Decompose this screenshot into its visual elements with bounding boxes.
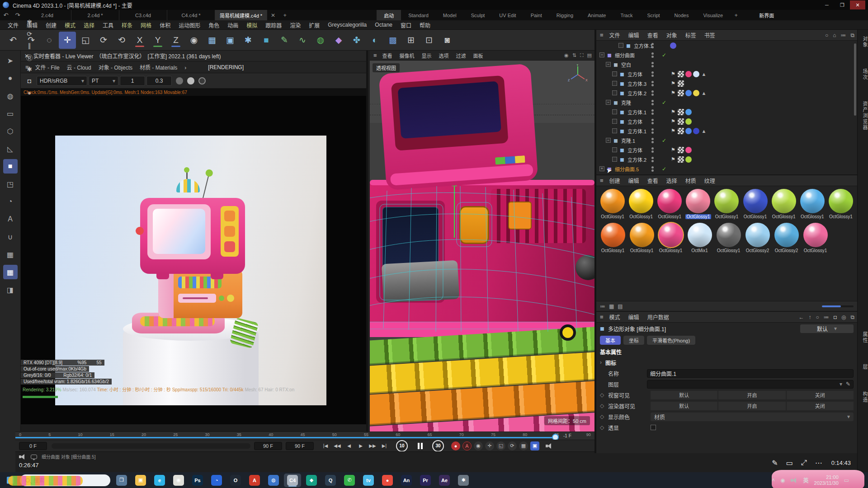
volume-button[interactable]: ▩: [384, 32, 401, 49]
record-scale-icon[interactable]: ◱: [496, 441, 505, 450]
task-view-icon[interactable]: ❒: [113, 474, 130, 487]
menu-item[interactable]: 创建: [42, 21, 61, 29]
live-viewer-menu-item[interactable]: 文件 - File: [32, 65, 63, 71]
xray-checkbox[interactable]: [651, 425, 656, 430]
material-sphere[interactable]: [630, 223, 654, 247]
keyframe-diamond-icon[interactable]: ◇: [600, 413, 604, 420]
picker-toggle-icon[interactable]: [198, 77, 206, 84]
object-tag-icon[interactable]: [678, 90, 684, 96]
object-tag-icon[interactable]: [678, 80, 684, 87]
object-manager-menu-item[interactable]: 对象: [662, 31, 681, 39]
workplane-button[interactable]: ⊡: [420, 32, 438, 49]
shield-icon[interactable]: ◉: [780, 477, 785, 483]
current-end-field[interactable]: [286, 442, 314, 450]
viewport-menu-item[interactable]: 过滤: [453, 53, 470, 59]
layout-tab[interactable]: Sculpt: [464, 10, 492, 20]
kernel-settings-icon[interactable]: ✱: [24, 63, 35, 75]
workplane-mode[interactable]: ▭: [3, 106, 18, 121]
chrome-icon[interactable]: ◉: [170, 474, 187, 487]
magnet-tool[interactable]: ∪: [3, 230, 18, 244]
y-axis-handle[interactable]: [454, 185, 455, 238]
swap-view-icon[interactable]: ⇅: [572, 52, 576, 58]
material-item[interactable]: OctGlossy1: [742, 189, 769, 219]
comment-icon[interactable]: [31, 455, 37, 459]
pin-view-icon[interactable]: ◉: [564, 52, 569, 58]
visibility-dots[interactable]: [651, 109, 654, 115]
visibility-option-button[interactable]: 关闭: [787, 402, 854, 410]
region-render-icon[interactable]: Ⓡ: [24, 52, 35, 63]
object-tag-icon[interactable]: [678, 128, 684, 134]
attribute-tab[interactable]: 平滑着色(Phong): [647, 336, 695, 345]
menu-item[interactable]: 模拟: [242, 21, 261, 29]
expand-toggle-icon[interactable]: −: [606, 100, 611, 105]
material-item[interactable]: OctMix1: [686, 223, 713, 253]
clay-toggle-icon[interactable]: [187, 77, 194, 84]
record-rotation-icon[interactable]: ⟳: [508, 441, 517, 450]
material-sphere[interactable]: [803, 223, 828, 247]
search-icon[interactable]: ○: [825, 32, 828, 38]
visibility-option-button[interactable]: 开启: [718, 391, 785, 399]
viewport-menu-item[interactable]: 面板: [470, 53, 487, 59]
document-tab[interactable]: 简易机械建模.c4d *: [215, 10, 267, 20]
snap-button[interactable]: ⊞: [402, 32, 420, 49]
object-tag-icon[interactable]: [670, 109, 676, 115]
material-item[interactable]: OctGlossy1: [627, 189, 655, 219]
visibility-dots[interactable]: [651, 128, 654, 134]
reset-kernel-icon[interactable]: ✾: [24, 16, 35, 28]
object-tag-icon[interactable]: [678, 118, 684, 125]
material-item[interactable]: OctGlossy1: [827, 189, 854, 219]
material-item[interactable]: OctGlossy1: [628, 223, 656, 253]
aftereffects-icon[interactable]: Ae: [436, 474, 453, 487]
restart-render-icon[interactable]: ⟳: [24, 28, 35, 40]
material-menu-item[interactable]: 创建: [605, 177, 624, 184]
render-view[interactable]: RTX 4090 [DT][8.9] %95 55Out-of-core use…: [21, 96, 366, 424]
object-manager-menu-item[interactable]: 查看: [643, 31, 662, 39]
app-icon[interactable]: ◆: [303, 474, 320, 487]
goto-end-button[interactable]: ▶|: [379, 441, 390, 450]
deformer-button[interactable]: ◆: [330, 32, 347, 49]
material-item[interactable]: OctGlossy1: [713, 189, 740, 219]
skip-back-10-button[interactable]: 10: [396, 440, 408, 452]
material-item[interactable]: OctGlossy1: [684, 189, 712, 219]
eyedropper-icon[interactable]: ✎: [846, 381, 850, 387]
live-viewer-menu-item[interactable]: ›: [181, 65, 190, 71]
prev-key-button[interactable]: ◀◀: [332, 441, 343, 450]
record-parameter-icon[interactable]: ▦: [519, 441, 528, 450]
material-item[interactable]: OctGlossy1: [599, 189, 626, 219]
view-options-icon[interactable]: ▤: [587, 52, 592, 58]
visibility-option-button[interactable]: 默认: [651, 402, 717, 410]
material-item[interactable]: OctGlossy1: [799, 189, 826, 219]
lock-icon[interactable]: ◘: [834, 314, 837, 320]
material-item[interactable]: OctGlossy1: [599, 223, 627, 253]
live-viewer-menu-item[interactable]: 云 - Cloud: [63, 65, 95, 71]
expand-toggle-icon[interactable]: [612, 119, 617, 124]
menu-item[interactable]: 模式: [61, 21, 80, 29]
object-row[interactable]: − ◼ 细分曲面 ✓: [596, 50, 857, 60]
select-arrow-mode[interactable]: ➤: [3, 53, 18, 68]
record-position-icon[interactable]: ✛: [485, 441, 494, 450]
burger-icon[interactable]: ≡: [599, 314, 604, 320]
spline-primitive[interactable]: ∿: [294, 32, 311, 49]
layout-tab[interactable]: 启动: [377, 10, 401, 20]
object-row[interactable]: + ◼ 细分曲面.5 ✓: [596, 164, 857, 174]
layer-field[interactable]: ▾ ✎: [647, 380, 854, 389]
object-tag-icon[interactable]: [670, 156, 676, 163]
app-icon[interactable]: ●: [379, 474, 396, 487]
layout-tab[interactable]: Script: [640, 10, 667, 20]
render-view-button[interactable]: ▦: [203, 32, 221, 49]
range-start-field[interactable]: [19, 442, 47, 450]
maximize-button[interactable]: ❐: [835, 0, 850, 9]
close-button[interactable]: ✕: [850, 0, 865, 9]
range-slider[interactable]: [52, 443, 250, 449]
menu-item[interactable]: 运动图形: [175, 21, 204, 29]
kernel-select[interactable]: PT ▾: [89, 76, 118, 86]
adobe-app-icon[interactable]: A: [246, 474, 263, 487]
last-tool[interactable]: ⟲: [113, 32, 130, 49]
notification-icon[interactable]: ▭: [844, 477, 849, 483]
material-item[interactable]: OctGlossy1: [802, 223, 829, 253]
attribute-menu-item[interactable]: 模式: [605, 313, 624, 321]
photoshop-icon[interactable]: Ps: [189, 474, 206, 487]
material-item[interactable]: OctGlossy1: [770, 189, 797, 219]
colorspace-select[interactable]: HDR/sRGB ▾: [37, 76, 87, 86]
object-tag-icon[interactable]: [701, 71, 707, 77]
